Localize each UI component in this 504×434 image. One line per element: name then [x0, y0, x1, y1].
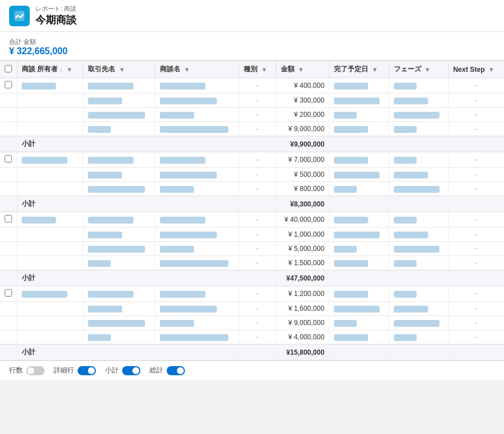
footer-subtotal: 小計	[105, 366, 140, 375]
rowcount-slider	[26, 366, 45, 375]
phase-cell	[389, 78, 448, 94]
filter-type-btn[interactable]: ▼	[260, 66, 268, 73]
amount-cell: ¥ 800,000	[276, 182, 329, 196]
account-cell	[83, 152, 155, 168]
amount-cell: ¥ 9,000,000	[276, 122, 329, 136]
type-cell: -	[239, 212, 276, 228]
table-row: -¥ 7,000,000 -	[0, 152, 504, 168]
amount-cell: ¥ 4,000,000	[276, 330, 329, 344]
owner-cell	[17, 302, 83, 316]
amount-cell: ¥ 5,000,000	[276, 242, 329, 256]
closedate-cell	[329, 94, 389, 108]
nextstep-cell: -	[448, 182, 504, 196]
closedate-cell	[329, 108, 389, 122]
filter-nextstep-btn[interactable]: ▼	[487, 66, 495, 73]
rowcount-toggle[interactable]	[26, 366, 45, 375]
name-cell	[155, 168, 239, 182]
subtotal-row: 小計¥9,900,000	[0, 136, 504, 152]
nextstep-cell: -	[448, 152, 504, 168]
name-cell	[155, 122, 239, 136]
table-header-row: 商談 所有者 ↓ ▼ 取引先名 ▼ 商談名	[0, 61, 504, 78]
closedate-cell	[329, 182, 389, 196]
type-cell: -	[239, 286, 276, 302]
col-type: 種別 ▼	[239, 61, 276, 78]
row-checkbox[interactable]	[5, 215, 12, 222]
filter-closedate-btn[interactable]: ▼	[370, 66, 379, 73]
total-slider	[167, 366, 185, 375]
row-checkbox[interactable]	[5, 81, 12, 88]
phase-cell	[389, 330, 448, 344]
closedate-cell	[329, 212, 389, 228]
owner-cell	[17, 78, 83, 94]
type-cell: -	[239, 256, 276, 270]
closedate-cell	[329, 228, 389, 242]
table-row: -¥ 500,000 -	[0, 168, 504, 182]
nextstep-cell: -	[448, 168, 504, 182]
total-toggle[interactable]	[167, 366, 185, 375]
amount-cell: ¥ 9,000,000	[276, 316, 329, 330]
owner-cell	[17, 316, 83, 330]
table-row: -¥ 200,000 -	[0, 108, 504, 122]
subtotal-amount: ¥15,800,000	[276, 344, 329, 360]
phase-cell	[389, 242, 448, 256]
amount-cell: ¥ 300,000	[276, 94, 329, 108]
phase-cell	[389, 228, 448, 242]
closedate-cell	[329, 168, 389, 182]
nextstep-cell: -	[448, 286, 504, 302]
owner-cell	[17, 122, 83, 136]
table-row: -¥ 9,000,000 -	[0, 316, 504, 330]
select-all-checkbox[interactable]	[5, 65, 12, 72]
amount-cell: ¥ 1,500,000	[276, 256, 329, 270]
closedate-cell	[329, 330, 389, 344]
owner-cell	[17, 330, 83, 344]
filter-account-btn[interactable]: ▼	[118, 66, 126, 73]
table-row: -¥ 40,000,000 -	[0, 212, 504, 228]
filter-amount-btn[interactable]: ▼	[297, 66, 305, 73]
type-cell: -	[239, 242, 276, 256]
app-icon	[9, 6, 30, 26]
amount-cell: ¥ 500,000	[276, 168, 329, 182]
phase-cell	[389, 168, 448, 182]
row-checkbox[interactable]	[5, 155, 12, 163]
type-cell: -	[239, 168, 276, 182]
owner-cell	[17, 286, 83, 302]
owner-cell	[17, 256, 83, 270]
type-cell: -	[239, 108, 276, 122]
account-cell	[83, 316, 155, 330]
closedate-cell	[329, 122, 389, 136]
detail-toggle[interactable]	[78, 366, 96, 375]
nextstep-cell: -	[448, 228, 504, 242]
filter-owner-btn[interactable]: ▼	[65, 66, 74, 73]
account-cell	[83, 122, 155, 136]
subtotal-amount: ¥9,900,000	[276, 136, 329, 152]
name-cell	[155, 316, 239, 330]
subtotal-toggle[interactable]	[122, 366, 140, 375]
closedate-cell	[329, 78, 389, 94]
account-cell	[83, 242, 155, 256]
nextstep-cell: -	[448, 94, 504, 108]
phase-cell	[389, 256, 448, 270]
account-cell	[83, 330, 155, 344]
footer-detail: 詳細行	[54, 366, 96, 375]
nextstep-cell: -	[448, 242, 504, 256]
table-row: -¥ 4,000,000 -	[0, 330, 504, 344]
footer-detail-label: 詳細行	[54, 366, 74, 375]
row-checkbox-cell	[0, 286, 17, 302]
name-cell	[155, 330, 239, 344]
account-cell	[83, 286, 155, 302]
row-checkbox-cell	[0, 78, 17, 94]
filter-name-btn[interactable]: ▼	[183, 66, 191, 73]
footer-rowcount-label: 行数	[9, 366, 23, 375]
nextstep-cell: -	[448, 78, 504, 94]
type-cell: -	[239, 94, 276, 108]
filter-phase-btn[interactable]: ▼	[424, 66, 432, 73]
header-checkbox-col	[0, 61, 17, 78]
report-title: 今期商談	[35, 13, 76, 27]
amount-cell: ¥ 200,000	[276, 108, 329, 122]
col-account: 取引先名 ▼	[83, 61, 155, 78]
closedate-cell	[329, 286, 389, 302]
report-container: 合計 金額 ¥ 322,665,000 商談 所有者 ↓ ▼	[0, 32, 504, 380]
name-cell	[155, 152, 239, 168]
app-header: レポート: 商談 今期商談	[0, 0, 504, 32]
row-checkbox[interactable]	[5, 289, 12, 297]
